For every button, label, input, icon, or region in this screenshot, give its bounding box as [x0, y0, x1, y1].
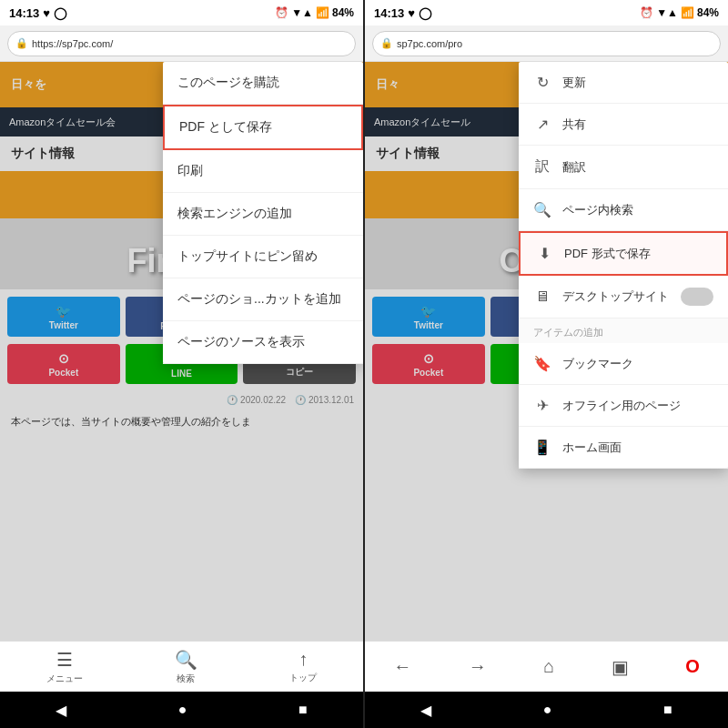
status-right-right: ⏰ ▼▲ 📶 84% [640, 6, 719, 19]
bookmark-icon: 🔖 [533, 355, 551, 372]
home-btn-right[interactable]: ● [543, 702, 552, 718]
firefox-dropdown: このページを購読 PDF として保存 印刷 検索エンジンの追加 トップサイトにピ… [163, 62, 363, 364]
opera-item-pdf[interactable]: ⬇ PDF 形式で保存 [519, 231, 728, 276]
opera-item-pagesearch[interactable]: 🔍 ページ内検索 [519, 189, 728, 231]
search-label-left: 検索 [177, 672, 195, 685]
menu-item-source[interactable]: ページのソースを表示 [163, 321, 363, 364]
menu-item-pdf[interactable]: PDF として保存 [163, 105, 363, 150]
back-nav-icon-right: ← [393, 656, 411, 677]
download-icon: ⬇ [535, 245, 553, 262]
nav-back-right[interactable]: ← [393, 656, 411, 677]
url-text-left: https://sp7pc.com/ [32, 38, 113, 49]
nav-search-left[interactable]: 🔍 検索 [175, 649, 197, 685]
opera-item-translate[interactable]: 訳 翻訳 [519, 146, 728, 189]
desktop-label: デスクトップサイト [562, 288, 669, 305]
share-label: 共有 [562, 116, 586, 133]
search-icon-left: 🔍 [175, 649, 197, 671]
nav-home-right[interactable]: ⌂ [543, 656, 554, 677]
alarm-icon-right: ⏰ [640, 6, 653, 19]
url-bar-left[interactable]: 🔒 https://sp7pc.com/ [7, 31, 356, 56]
opera-nav-icon-right: O [685, 656, 700, 677]
url-text-right: sp7pc.com/pro [397, 38, 462, 49]
wifi-icon: 📶 [316, 6, 329, 19]
homescreen-icon: 📱 [533, 439, 551, 456]
pagesearch-label: ページ内検索 [562, 202, 633, 218]
desktop-toggle[interactable] [681, 288, 713, 306]
bottom-nav-left: ☰ メニュー 🔍 検索 ↑ トップ [0, 641, 363, 692]
status-bar-left: 14:13 ♥ ◯ ⏰ ▼▲ 📶 84% [0, 0, 363, 25]
home-btn-left[interactable]: ● [178, 702, 187, 718]
homescreen-label: ホーム画面 [562, 440, 622, 456]
signal-icon-right: ▼▲ [656, 6, 678, 19]
menu-item-search-engine[interactable]: 検索エンジンの追加 [163, 193, 363, 236]
pdf-save-label: PDF 形式で保存 [564, 246, 651, 262]
forward-nav-icon-right: → [469, 656, 487, 677]
share-icon: ↗ [533, 116, 551, 133]
battery-left: 84% [332, 6, 354, 19]
offline-icon: ✈ [533, 397, 551, 414]
tabs-nav-icon-right: ▣ [612, 656, 629, 678]
home-nav-icon-right: ⌂ [543, 656, 554, 677]
alarm-icon: ⏰ [275, 6, 288, 19]
offline-label: オフライン用のページ [562, 398, 681, 414]
battery-right: 84% [697, 6, 719, 19]
wifi-icon-right: 📶 [681, 6, 694, 19]
media-icon: ◯ [54, 6, 67, 20]
bottom-nav-right: ← → ⌂ ▣ O [365, 641, 728, 692]
opera-item-share[interactable]: ↗ 共有 [519, 104, 728, 146]
signal-icon: ▼▲ [291, 6, 313, 19]
opera-section-header: アイテムの追加 [519, 318, 728, 343]
pagesearch-icon: 🔍 [533, 201, 551, 218]
nav-menu-left[interactable]: ☰ メニュー [46, 649, 83, 685]
menu-item-pin[interactable]: トップサイトにピン留め [163, 236, 363, 278]
top-label-left: トップ [289, 672, 317, 684]
opera-item-homescreen[interactable]: 📱 ホーム画面 [519, 427, 728, 469]
menu-item-shortcut[interactable]: ページのショ...カットを追加 [163, 278, 363, 321]
refresh-label: 更新 [562, 75, 586, 91]
nav-top-left[interactable]: ↑ トップ [289, 649, 317, 684]
opera-item-desktop[interactable]: 🖥 デスクトップサイト [519, 276, 728, 318]
lock-icon-right: 🔒 [380, 37, 393, 49]
nav-opera-right[interactable]: O [685, 656, 700, 677]
time-right: 14:13 [374, 6, 404, 20]
top-icon-left: ↑ [298, 649, 308, 670]
browser-bar-right: 🔒 sp7pc.com/pro [365, 25, 728, 62]
status-bar-right: 14:13 ♥ ◯ ⏰ ▼▲ 📶 84% [365, 0, 728, 25]
url-bar-right[interactable]: 🔒 sp7pc.com/pro [372, 31, 721, 56]
media-icon-right: ◯ [419, 6, 432, 20]
page-content-right: 日々 Amazonタイムセール サイト情報 Opera 🐦 Twitter f … [365, 62, 728, 641]
nav-forward-right[interactable]: → [469, 656, 487, 677]
status-right: ⏰ ▼▲ 📶 84% [275, 6, 354, 19]
heart-icon-right: ♥ [408, 6, 415, 20]
menu-item-subscribe[interactable]: このページを購読 [163, 62, 363, 105]
opera-item-refresh[interactable]: ↻ 更新 [519, 62, 728, 104]
bookmark-label: ブックマーク [562, 356, 633, 372]
system-nav-left: ◀ ● ■ [0, 692, 363, 728]
firefox-panel: 14:13 ♥ ◯ ⏰ ▼▲ 📶 84% 🔒 https://sp7pc.com… [0, 0, 363, 728]
status-left-right: 14:13 ♥ ◯ [374, 6, 432, 20]
menu-label-left: メニュー [46, 672, 83, 685]
nav-tabs-right[interactable]: ▣ [612, 656, 629, 678]
refresh-icon: ↻ [533, 74, 551, 91]
time-left: 14:13 [9, 6, 39, 20]
desktop-icon: 🖥 [533, 288, 551, 305]
recent-btn-left[interactable]: ■ [298, 702, 308, 718]
status-left: 14:13 ♥ ◯ [9, 6, 67, 20]
translate-icon: 訳 [533, 157, 551, 177]
opera-panel: 14:13 ♥ ◯ ⏰ ▼▲ 📶 84% 🔒 sp7pc.com/pro 日々 … [365, 0, 728, 728]
back-btn-left[interactable]: ◀ [56, 702, 66, 719]
opera-dropdown: ↻ 更新 ↗ 共有 訳 翻訳 🔍 ページ内検索 ⬇ PDF 形式で保存 🖥 デス [519, 62, 728, 469]
browser-bar-left: 🔒 https://sp7pc.com/ [0, 25, 363, 62]
menu-item-print[interactable]: 印刷 [163, 150, 363, 193]
system-nav-right: ◀ ● ■ [365, 692, 728, 728]
recent-btn-right[interactable]: ■ [663, 702, 672, 718]
menu-icon-left: ☰ [56, 649, 73, 671]
page-content-left: 日々を Amazonタイムセール会 サイト情報 Firefox 🐦 Twitte… [0, 62, 363, 641]
translate-label: 翻訳 [562, 159, 586, 176]
opera-item-bookmark[interactable]: 🔖 ブックマーク [519, 343, 728, 385]
back-btn-right[interactable]: ◀ [420, 702, 431, 719]
lock-icon-left: 🔒 [15, 37, 28, 49]
heart-icon: ♥ [43, 6, 50, 20]
opera-item-offline[interactable]: ✈ オフライン用のページ [519, 385, 728, 427]
